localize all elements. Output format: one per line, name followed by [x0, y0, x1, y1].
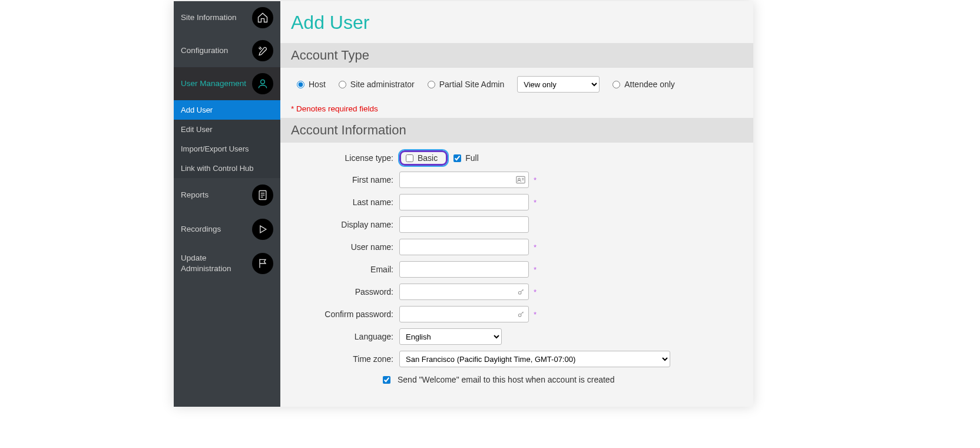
- input-email[interactable]: [399, 261, 529, 278]
- label-email: Email:: [291, 265, 399, 274]
- checkbox-license-basic[interactable]: [406, 154, 413, 162]
- sidebar-item-recordings[interactable]: Recordings: [174, 212, 280, 246]
- svg-marker-5: [260, 226, 266, 233]
- sub-label: Import/Export Users: [181, 144, 249, 153]
- row-email: Email: *: [291, 258, 743, 281]
- checkbox-welcome-email[interactable]: [383, 376, 390, 384]
- radio-partial-admin-input[interactable]: [428, 81, 435, 88]
- row-last-name: Last name: *: [291, 191, 743, 213]
- radio-label: Host: [309, 80, 326, 89]
- required-star: *: [534, 243, 537, 252]
- radio-label: Site administrator: [350, 80, 415, 89]
- sidebar-sub-import-export[interactable]: Import/Export Users: [174, 139, 280, 159]
- input-user-name[interactable]: [399, 239, 529, 255]
- sidebar-sub-link-control-hub[interactable]: Link with Control Hub: [174, 159, 280, 178]
- label-time-zone: Time zone:: [291, 354, 399, 364]
- checkbox-license-full[interactable]: [453, 154, 461, 162]
- main-panel: Add User Account Type Host Site administ…: [280, 1, 753, 407]
- user-icon: [252, 73, 273, 94]
- license-full[interactable]: Full: [453, 153, 479, 163]
- sidebar-label: Reports: [181, 190, 252, 200]
- sidebar-item-configuration[interactable]: Configuration: [174, 34, 280, 67]
- sidebar-item-update-administration[interactable]: Update Administration: [174, 246, 280, 281]
- radio-attendee-only[interactable]: Attendee only: [612, 80, 675, 89]
- radio-partial-admin[interactable]: Partial Site Admin: [428, 80, 505, 89]
- select-language[interactable]: English: [399, 328, 502, 345]
- radio-attendee-only-input[interactable]: [612, 81, 620, 88]
- sidebar-item-site-information[interactable]: Site Information: [174, 1, 280, 34]
- label-language: Language:: [291, 332, 399, 341]
- required-star: *: [534, 310, 537, 319]
- input-last-name[interactable]: [399, 194, 529, 210]
- label-last-name: Last name:: [291, 197, 399, 207]
- document-icon: [252, 185, 273, 206]
- sidebar-label: Update Administration: [181, 253, 252, 274]
- row-time-zone: Time zone: San Francisco (Pacific Daylig…: [291, 348, 743, 370]
- radio-site-admin[interactable]: Site administrator: [339, 80, 415, 89]
- sidebar-label: User Management: [181, 78, 252, 89]
- required-star: *: [534, 198, 537, 207]
- row-first-name: First name: *: [291, 169, 743, 191]
- sub-label: Link with Control Hub: [181, 164, 254, 173]
- required-star: *: [534, 288, 537, 297]
- license-basic-highlight[interactable]: Basic: [399, 150, 448, 166]
- page-title: Add User: [291, 12, 743, 34]
- radio-host[interactable]: Host: [297, 80, 326, 89]
- input-wrap-first-name: [399, 172, 529, 188]
- account-type-row: Host Site administrator Partial Site Adm…: [291, 68, 743, 101]
- row-user-name: User name: *: [291, 236, 743, 258]
- input-display-name[interactable]: [399, 216, 529, 233]
- label-license-type: License type:: [291, 153, 399, 163]
- select-time-zone[interactable]: San Francisco (Pacific Daylight Time, GM…: [399, 351, 670, 367]
- row-language: Language: English: [291, 325, 743, 348]
- row-welcome-email: Send "Welcome" email to this host when a…: [291, 370, 743, 391]
- home-icon: [252, 7, 273, 28]
- radio-site-admin-input[interactable]: [339, 81, 346, 88]
- license-full-label: Full: [465, 153, 479, 163]
- sidebar-item-reports[interactable]: Reports: [174, 178, 280, 212]
- partial-admin-select[interactable]: View only: [517, 76, 600, 93]
- input-confirm-password[interactable]: [399, 306, 529, 322]
- sidebar-sub-edit-user[interactable]: Edit User: [174, 120, 280, 139]
- input-wrap-password: [399, 284, 529, 300]
- flag-icon: [252, 253, 273, 274]
- row-display-name: Display name:: [291, 213, 743, 236]
- input-first-name[interactable]: [399, 172, 529, 188]
- label-password: Password:: [291, 287, 399, 297]
- required-fields-note: * Denotes required fields: [291, 101, 743, 118]
- app-window: Site Information Configuration User Mana…: [174, 1, 753, 407]
- radio-label: Partial Site Admin: [439, 80, 505, 89]
- section-account-info-header: Account Information: [280, 118, 753, 143]
- license-basic-label: Basic: [418, 153, 438, 163]
- section-account-type-header: Account Type: [280, 43, 753, 68]
- sidebar-label: Recordings: [181, 224, 252, 235]
- sidebar-submenu-user-management: Add User Edit User Import/Export Users L…: [174, 100, 280, 178]
- label-display-name: Display name:: [291, 220, 399, 229]
- label-user-name: User name:: [291, 242, 399, 252]
- svg-point-0: [261, 80, 265, 84]
- row-password: Password: *: [291, 281, 743, 303]
- row-license-type: License type: Basic Full: [291, 147, 743, 169]
- row-confirm-password: Confirm password: *: [291, 303, 743, 325]
- input-wrap-confirm-password: [399, 306, 529, 322]
- sub-label: Add User: [181, 106, 213, 114]
- play-icon: [252, 219, 273, 240]
- sidebar-item-user-management[interactable]: User Management: [174, 67, 280, 100]
- tools-icon: [252, 40, 273, 61]
- radio-label: Attendee only: [624, 80, 675, 89]
- required-star: *: [534, 265, 537, 274]
- label-confirm-password: Confirm password:: [291, 309, 399, 319]
- sidebar-label: Site Information: [181, 12, 252, 23]
- radio-host-input[interactable]: [297, 81, 304, 88]
- sidebar-sub-add-user[interactable]: Add User: [174, 100, 280, 120]
- input-password[interactable]: [399, 284, 529, 300]
- license-options: Basic Full: [399, 150, 479, 166]
- required-star: *: [534, 176, 537, 185]
- label-first-name: First name:: [291, 175, 399, 185]
- welcome-email-label: Send "Welcome" email to this host when a…: [398, 375, 614, 384]
- sidebar: Site Information Configuration User Mana…: [174, 1, 280, 407]
- sub-label: Edit User: [181, 125, 212, 134]
- sidebar-label: Configuration: [181, 45, 252, 56]
